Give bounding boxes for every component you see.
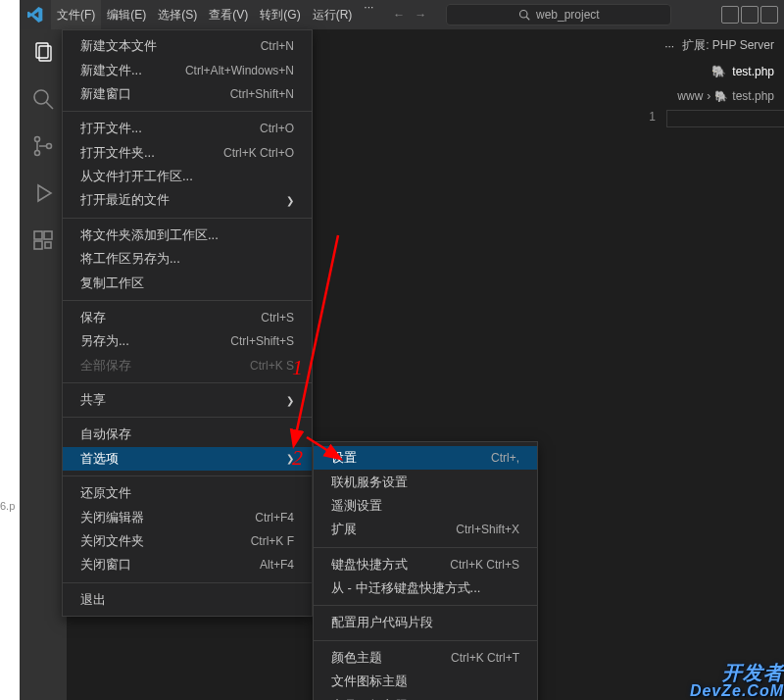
pref-menu-item-[interactable]: 遥测设置 <box>314 494 537 518</box>
left-edge-text: 6.p <box>0 500 15 512</box>
file-menu-item-[interactable]: 新建窗口Ctrl+Shift+N <box>63 82 312 106</box>
file-menu-item-[interactable]: 复制工作区 <box>63 271 312 294</box>
menu-shortcut: Ctrl+O <box>260 122 294 135</box>
file-menu-dropdown: 新建文本文件Ctrl+N新建文件...Ctrl+Alt+Windows+N新建窗… <box>62 29 313 617</box>
scm-icon[interactable] <box>30 133 56 159</box>
menu-shortcut: Ctrl+Shift+X <box>456 523 519 536</box>
menu-shortcut: Ctrl+N <box>261 39 294 53</box>
annotation-1: 1 <box>292 355 303 380</box>
breadcrumb-seg-file[interactable]: test.php <box>732 89 774 103</box>
pref-menu-item-[interactable]: 联机服务设置 <box>314 470 537 493</box>
file-menu-item-[interactable]: 首选项❯ <box>63 447 312 471</box>
file-menu-item-[interactable]: 新建文本文件Ctrl+N <box>63 34 312 58</box>
layout-left-icon[interactable] <box>721 6 739 24</box>
file-menu-item-[interactable]: 打开最近的文件❯ <box>63 188 312 212</box>
nav-back-icon[interactable]: ← <box>393 8 405 22</box>
breadcrumb-seg-www[interactable]: www <box>677 89 703 103</box>
debug-icon[interactable] <box>30 180 56 206</box>
pref-menu-item-[interactable]: 从 - 中迁移键盘快捷方式... <box>314 576 537 600</box>
menu-label: 共享 <box>80 391 106 409</box>
menu-label: 打开文件... <box>80 120 142 137</box>
watermark-line2: DevZe.CoM <box>690 683 784 700</box>
file-menu-item-[interactable]: 打开文件夹...Ctrl+K Ctrl+O <box>63 141 312 165</box>
menu-label: 扩展 <box>331 521 357 538</box>
editor-more-icon[interactable]: ··· <box>664 39 674 53</box>
menu-label: 关闭编辑器 <box>80 509 144 526</box>
svg-point-8 <box>47 144 52 149</box>
menu-file[interactable]: 文件(F) <box>51 0 101 29</box>
pref-menu-item-[interactable]: 扩展Ctrl+Shift+X <box>314 518 537 541</box>
menu-label: 首选项 <box>80 450 119 468</box>
breadcrumb[interactable]: www › 🐘 test.php <box>667 86 784 106</box>
file-menu-item-[interactable]: 关闭窗口Alt+F4 <box>63 553 312 576</box>
pref-menu-item-[interactable]: 设置Ctrl+, <box>314 446 537 470</box>
command-center[interactable]: web_project <box>446 4 671 25</box>
menu-overflow[interactable]: ··· <box>358 0 379 29</box>
menu-view[interactable]: 查看(V) <box>203 0 254 29</box>
file-menu-item-[interactable]: 共享❯ <box>63 388 312 412</box>
activity-bar <box>20 29 67 700</box>
menu-label: 复制工作区 <box>80 275 144 292</box>
pref-menu-item-[interactable]: 产品图标主题 <box>314 693 537 700</box>
file-menu-item-[interactable]: 另存为...Ctrl+Shift+S <box>63 329 312 353</box>
menu-run[interactable]: 运行(R) <box>307 0 359 29</box>
file-menu-item-[interactable]: 将文件夹添加到工作区... <box>63 224 312 247</box>
pref-menu-item-[interactable]: 颜色主题Ctrl+K Ctrl+T <box>314 646 537 670</box>
php-icon: 🐘 <box>711 65 726 78</box>
file-menu-item-[interactable]: 将工作区另存为... <box>63 247 312 271</box>
menu-goto[interactable]: 转到(G) <box>254 0 306 29</box>
search-icon[interactable] <box>30 86 56 112</box>
menu-label: 关闭窗口 <box>80 556 131 574</box>
file-menu-item-[interactable]: 保存Ctrl+S <box>63 306 312 329</box>
svg-point-0 <box>519 11 527 19</box>
explorer-icon[interactable] <box>30 39 56 65</box>
file-menu-item-[interactable]: 自动保存 <box>63 423 312 446</box>
pref-menu-item-[interactable]: 键盘快捷方式Ctrl+K Ctrl+S <box>314 553 537 576</box>
file-menu-item-[interactable]: 新建文件...Ctrl+Alt+Windows+N <box>63 58 312 81</box>
extensions-icon[interactable] <box>30 227 56 253</box>
search-text: web_project <box>536 8 600 22</box>
layout-right-icon[interactable] <box>760 6 778 24</box>
pref-menu-item-[interactable]: 配置用户代码片段 <box>314 611 537 634</box>
menu-select[interactable]: 选择(S) <box>152 0 203 29</box>
file-menu-item-[interactable]: 退出 <box>63 588 312 612</box>
menu-shortcut: Ctrl+Alt+Windows+N <box>185 64 294 77</box>
menu-edit[interactable]: 编辑(E) <box>101 0 152 29</box>
tab-label: test.php <box>732 65 774 78</box>
menu-label: 从文件打开工作区... <box>80 168 193 185</box>
menu-label: 全部保存 <box>80 357 131 375</box>
nav-fwd-icon[interactable]: → <box>415 8 426 22</box>
svg-point-7 <box>35 151 40 156</box>
menu-label: 从 - 中迁移键盘快捷方式... <box>331 579 480 597</box>
menu-shortcut: Ctrl+, <box>491 451 519 465</box>
watermark-line1: 开发者 <box>690 663 784 683</box>
layout-bottom-icon[interactable] <box>741 6 759 24</box>
menu-shortcut: Ctrl+Shift+N <box>230 87 294 101</box>
svg-rect-11 <box>44 231 52 239</box>
file-menu-item-[interactable]: 关闭文件夹Ctrl+K F <box>63 529 312 553</box>
menu-label: 联机服务设置 <box>331 474 408 491</box>
tab-testphp[interactable]: 🐘 test.php <box>702 57 784 86</box>
file-menu-item-[interactable]: 打开文件...Ctrl+O <box>63 117 312 140</box>
menu-bar: 文件(F) 编辑(E) 选择(S) 查看(V) 转到(G) 运行(R) ··· <box>51 0 379 29</box>
svg-point-6 <box>35 137 40 142</box>
file-menu-item-[interactable]: 从文件打开工作区... <box>63 165 312 188</box>
menu-label: 还原文件 <box>80 484 131 502</box>
pref-menu-item-[interactable]: 文件图标主题 <box>314 670 537 693</box>
menu-label: 打开最近的文件 <box>80 191 170 209</box>
file-menu-item-[interactable]: 还原文件 <box>63 481 312 505</box>
line-gutter: 1 <box>632 110 662 127</box>
chevron-right-icon: › <box>707 89 710 103</box>
menu-shortcut: Ctrl+S <box>261 311 294 325</box>
svg-rect-12 <box>34 241 42 249</box>
svg-point-4 <box>34 90 48 104</box>
menu-shortcut: Ctrl+K Ctrl+S <box>450 558 519 572</box>
annotation-2: 2 <box>292 445 303 471</box>
file-menu-item-[interactable]: 关闭编辑器Ctrl+F4 <box>63 505 312 528</box>
line-number: 1 <box>632 110 656 127</box>
menu-shortcut: Ctrl+K S <box>250 359 294 373</box>
editor-toolbar: ··· 扩展: PHP Server <box>664 37 774 54</box>
menu-shortcut: Ctrl+F4 <box>255 511 294 525</box>
menu-label: 新建文件... <box>80 62 142 79</box>
php-icon: 🐘 <box>714 90 728 103</box>
